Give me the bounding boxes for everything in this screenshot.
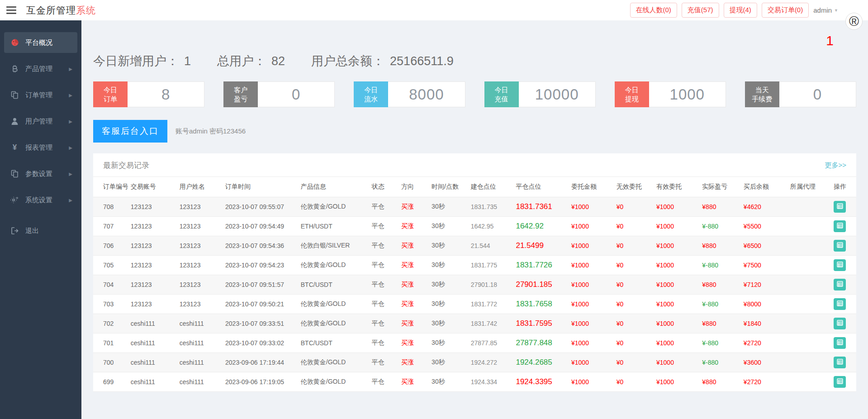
row-detail-button[interactable] [834,201,846,213]
cell-user-name: ceshi111 [177,333,223,353]
row-detail-button[interactable] [834,220,846,232]
cell-open-price: 1642.95 [468,217,513,236]
panel-title: 最新交易记录 [103,160,149,171]
cell-period: 30秒 [429,236,468,256]
cell-account: ceshi111 [128,353,177,372]
sidebar-item-report-management[interactable]: ¥ 报表管理 ▶ [4,137,77,158]
sidebar-item-order-management[interactable]: 订单管理 ▶ [4,85,77,105]
cell-account: 123123 [128,275,177,295]
service-credentials: 账号admin 密码123456 [175,127,246,136]
cell-product: BTC/USDT [298,275,369,295]
trade-table-body: 7081231231231232023-10-07 09:55:07伦敦黄金/G… [93,197,856,392]
cell-product: 伦敦黄金/GOLD [298,353,369,372]
card-today-orders: 今日订单 8 [93,81,204,107]
cell-invalid-amount: ¥0 [614,295,654,314]
logout-icon [10,227,19,235]
cell-close-price: 1831.7595 [513,314,569,333]
cell-amount: ¥1000 [569,353,614,372]
table-detail-icon [837,300,843,308]
cell-action [831,236,856,256]
cell-period: 30秒 [429,333,468,353]
admin-menu[interactable]: admin ▼ [813,6,838,14]
online-users-button[interactable]: 在线人数(0) [630,3,677,18]
cell-agent [787,353,831,372]
cell-order-time: 2023-10-07 09:51:57 [223,275,298,295]
cell-open-price: 1831.742 [468,314,513,333]
row-detail-button[interactable] [834,357,846,368]
user-icon [10,117,19,125]
cell-valid-amount: ¥1000 [654,256,699,275]
sidebar-item-parameter-settings[interactable]: 参数设置 ▶ [4,163,77,184]
cell-balance: ¥7120 [741,275,787,295]
cell-invalid-amount: ¥0 [614,275,654,295]
table-row: 7051231231231232023-10-07 09:54:23伦敦黄金/G… [93,256,856,275]
avatar[interactable]: ® [845,13,863,30]
stat-new-users: 今日新增用户： 1 [93,53,191,69]
cell-status: 平仓 [369,295,398,314]
cell-pnl: ¥-880 [699,295,741,314]
sidebar-item-system-settings[interactable]: 系统设置 ▶ [4,190,77,210]
cell-amount: ¥1000 [569,197,614,217]
recharge-button[interactable]: 充值(57) [682,3,719,18]
cell-direction: 买涨 [398,372,429,392]
card-today-withdraw: 今日提现 1000 [615,81,726,107]
cell-product: 伦敦黄金/GOLD [298,256,369,275]
row-detail-button[interactable] [834,279,846,290]
sidebar-item-logout[interactable]: 退出 [4,220,77,241]
menu-toggle-icon[interactable] [6,6,16,14]
cell-order-id: 704 [93,275,128,295]
cell-amount: ¥1000 [569,275,614,295]
withdraw-button[interactable]: 提现(4) [724,3,757,18]
card-value: 8 [128,81,204,107]
cell-account: 123123 [128,197,177,217]
cell-balance: ¥7500 [741,256,787,275]
cell-agent [787,236,831,256]
cell-valid-amount: ¥1000 [654,295,699,314]
cell-product: 伦敦白银/SILVER [298,236,369,256]
cell-order-time: 2023-10-07 09:33:02 [223,333,298,353]
sidebar-item-label: 订单管理 [25,91,52,100]
sidebar-item-user-management[interactable]: 用户管理 ▶ [4,111,77,132]
cell-user-name: ceshi111 [177,314,223,333]
stat-total-users: 总用户： 82 [217,53,285,69]
cell-direction: 买涨 [398,256,429,275]
cell-account: 123123 [128,217,177,236]
card-value: 8000 [388,81,465,107]
row-detail-button[interactable] [834,259,846,271]
cell-close-price: 1924.3395 [513,372,569,392]
cell-action [831,197,856,217]
row-detail-button[interactable] [834,298,846,310]
cell-pnl: ¥-880 [699,353,741,372]
row-detail-button[interactable] [834,376,846,388]
row-detail-button[interactable] [834,240,846,252]
table-detail-icon [837,339,843,347]
cell-agent [787,197,831,217]
cell-open-price: 1924.334 [468,372,513,392]
cell-valid-amount: ¥1000 [654,236,699,256]
table-row: 699ceshi111ceshi1112023-09-06 17:19:05伦敦… [93,372,856,392]
cell-valid-amount: ¥1000 [654,197,699,217]
cell-direction: 买涨 [398,353,429,372]
more-link[interactable]: 更多>> [825,161,846,170]
sidebar-item-product-management[interactable]: 产品管理 ▶ [4,58,77,79]
table-row: 7081231231231232023-10-07 09:55:07伦敦黄金/G… [93,197,856,217]
table-detail-icon [837,203,843,210]
cell-balance: ¥4620 [741,197,787,217]
trade-orders-button[interactable]: 交易订单(0) [762,3,809,18]
orders-icon [10,91,19,99]
sidebar-item-platform-overview[interactable]: 平台概况 [4,32,77,53]
cell-order-time: 2023-10-07 09:54:49 [223,217,298,236]
row-detail-button[interactable] [834,337,846,349]
sidebar-item-label: 系统设置 [25,196,52,205]
cell-balance: ¥8000 [741,295,787,314]
cell-order-id: 701 [93,333,128,353]
cell-close-price: 21.5499 [513,236,569,256]
cell-agent [787,372,831,392]
service-backend-button[interactable]: 客服后台入口 [93,120,167,143]
cell-user-name: 123123 [177,236,223,256]
sidebar-item-label: 产品管理 [25,65,52,73]
bitcoin-icon [10,65,19,73]
row-detail-button[interactable] [834,318,846,329]
cell-direction: 买涨 [398,295,429,314]
cell-account: 123123 [128,236,177,256]
